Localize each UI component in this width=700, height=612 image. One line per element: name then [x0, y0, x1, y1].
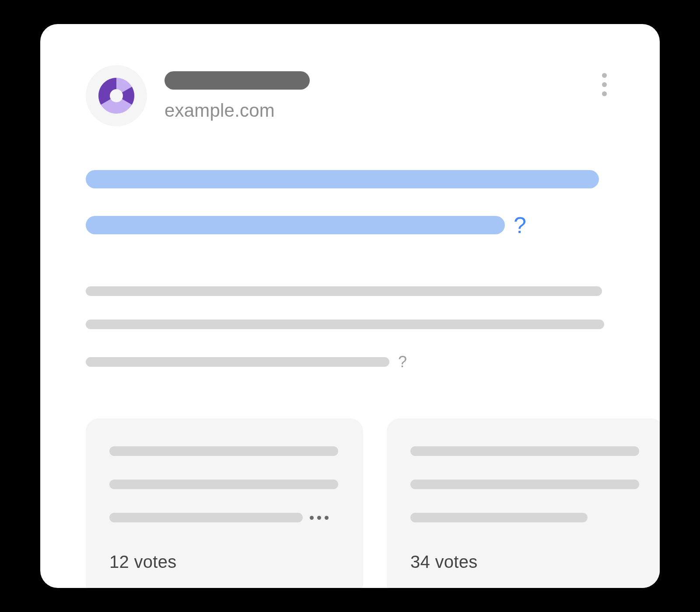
snippet-question-mark: ?: [398, 353, 407, 371]
result-card: example.com ? ? 12 votes: [40, 24, 660, 588]
result-snippet: ?: [86, 286, 660, 371]
site-name-placeholder: [164, 71, 310, 90]
more-options-button[interactable]: [598, 73, 611, 96]
site-domain: example.com: [164, 100, 310, 121]
ellipsis-icon: [310, 516, 329, 520]
title-line-placeholder: [86, 216, 505, 234]
snippet-line-placeholder: [86, 286, 602, 296]
answer-line-placeholder: [410, 446, 639, 456]
snippet-line-placeholder: [86, 357, 389, 367]
vote-count: 34 votes: [410, 552, 640, 572]
snippet-line-placeholder: [86, 320, 604, 329]
answer-cards: 12 votes 34 votes: [86, 418, 660, 588]
answer-card[interactable]: 34 votes: [387, 418, 660, 588]
title-line-placeholder: [86, 170, 599, 188]
header-text: example.com: [164, 65, 310, 121]
answer-line-placeholder: [410, 480, 639, 489]
answer-line-placeholder: [410, 513, 588, 522]
result-title[interactable]: ?: [86, 170, 660, 238]
vote-count: 12 votes: [109, 552, 340, 572]
answer-card[interactable]: 12 votes: [86, 418, 363, 588]
title-question-mark: ?: [514, 212, 526, 238]
answer-line-placeholder: [109, 513, 303, 522]
favicon-donut-icon: [98, 78, 134, 114]
favicon: [86, 65, 147, 126]
result-header: example.com: [86, 65, 660, 126]
answer-line-placeholder: [109, 446, 338, 456]
answer-line-placeholder: [109, 480, 338, 489]
